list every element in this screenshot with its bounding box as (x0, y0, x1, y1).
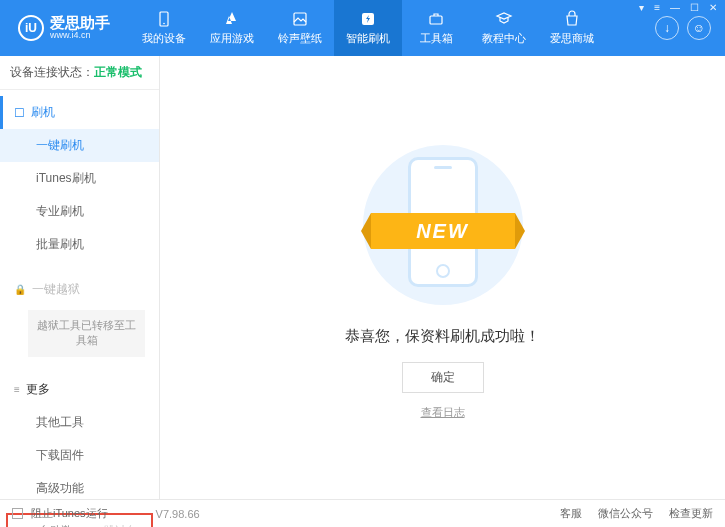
new-ribbon: NEW (371, 213, 515, 249)
block-itunes-label: 阻止iTunes运行 (31, 506, 108, 521)
footer-wechat[interactable]: 微信公众号 (598, 506, 653, 521)
flash-section-icon: ☐ (14, 106, 25, 120)
logo: iU 爱思助手 www.i4.cn (8, 15, 120, 41)
minimize-icon[interactable]: — (668, 2, 682, 13)
nav-toolbox[interactable]: 工具箱 (402, 0, 470, 56)
ok-button[interactable]: 确定 (402, 362, 484, 393)
nav-ringtones[interactable]: 铃声壁纸 (266, 0, 334, 56)
status-value: 正常模式 (94, 65, 142, 79)
device-icon (155, 10, 173, 28)
section-label: 更多 (26, 381, 50, 398)
nav-apps[interactable]: 应用游戏 (198, 0, 266, 56)
sidebar: 设备连接状态：正常模式 ☐ 刷机 一键刷机 iTunes刷机 专业刷机 批量刷机… (0, 56, 160, 499)
svg-rect-4 (430, 16, 442, 24)
nav-label: 教程中心 (482, 31, 526, 46)
status-label: 设备连接状态： (10, 65, 94, 79)
section-label: 刷机 (31, 104, 55, 121)
nav-label: 我的设备 (142, 31, 186, 46)
settings-icon[interactable]: ≡ (652, 2, 662, 13)
close-icon[interactable]: ✕ (707, 2, 719, 13)
menu-icon[interactable]: ▾ (637, 2, 646, 13)
user-icon[interactable]: ☺ (687, 16, 711, 40)
logo-icon: iU (18, 15, 44, 41)
nav-label: 铃声壁纸 (278, 31, 322, 46)
main-content: NEW 恭喜您，保资料刷机成功啦！ 确定 查看日志 (160, 56, 725, 499)
version-label: V7.98.66 (156, 508, 200, 520)
view-log-link[interactable]: 查看日志 (421, 405, 465, 420)
app-subtitle: www.i4.cn (50, 31, 110, 41)
sidebar-item-other-tools[interactable]: 其他工具 (0, 406, 159, 439)
app-title: 爱思助手 (50, 15, 110, 32)
success-illustration: NEW (353, 135, 533, 315)
sidebar-section-jailbreak: 🔒 一键越狱 (0, 273, 159, 306)
sidebar-item-oneclick-flash[interactable]: 一键刷机 (0, 129, 159, 162)
footer: 阻止iTunes运行 V7.98.66 客服 微信公众号 检查更新 (0, 499, 725, 527)
nav-tutorials[interactable]: 教程中心 (470, 0, 538, 56)
sidebar-section-flash[interactable]: ☐ 刷机 (0, 96, 159, 129)
flash-icon (359, 10, 377, 28)
sidebar-section-more[interactable]: ≡ 更多 (0, 373, 159, 406)
download-icon[interactable]: ↓ (655, 16, 679, 40)
block-itunes-checkbox[interactable] (12, 508, 23, 519)
sidebar-item-itunes-flash[interactable]: iTunes刷机 (0, 162, 159, 195)
nav-label: 智能刷机 (346, 31, 390, 46)
svg-rect-2 (294, 13, 306, 25)
nav-flash[interactable]: 智能刷机 (334, 0, 402, 56)
list-icon: ≡ (14, 384, 20, 395)
wallpaper-icon (291, 10, 309, 28)
connection-status: 设备连接状态：正常模式 (0, 56, 159, 90)
jailbreak-note: 越狱工具已转移至工具箱 (28, 310, 145, 357)
sidebar-item-pro-flash[interactable]: 专业刷机 (0, 195, 159, 228)
app-header: ▾ ≡ — ☐ ✕ iU 爱思助手 www.i4.cn 我的设备 应用游戏 (0, 0, 725, 56)
main-nav: 我的设备 应用游戏 铃声壁纸 智能刷机 工具箱 教程中心 (130, 0, 606, 56)
store-icon (563, 10, 581, 28)
nav-my-device[interactable]: 我的设备 (130, 0, 198, 56)
footer-update[interactable]: 检查更新 (669, 506, 713, 521)
toolbox-icon (427, 10, 445, 28)
sidebar-item-download-firmware[interactable]: 下载固件 (0, 439, 159, 472)
apps-icon (223, 10, 241, 28)
lock-icon: 🔒 (14, 284, 26, 295)
nav-label: 工具箱 (420, 31, 453, 46)
svg-point-1 (163, 23, 165, 25)
footer-support[interactable]: 客服 (560, 506, 582, 521)
success-message: 恭喜您，保资料刷机成功啦！ (345, 327, 540, 346)
window-controls: ▾ ≡ — ☐ ✕ (637, 2, 719, 13)
nav-label: 爱思商城 (550, 31, 594, 46)
nav-label: 应用游戏 (210, 31, 254, 46)
section-label: 一键越狱 (32, 281, 80, 298)
tutorial-icon (495, 10, 513, 28)
sidebar-item-batch-flash[interactable]: 批量刷机 (0, 228, 159, 261)
maximize-icon[interactable]: ☐ (688, 2, 701, 13)
nav-store[interactable]: 爱思商城 (538, 0, 606, 56)
